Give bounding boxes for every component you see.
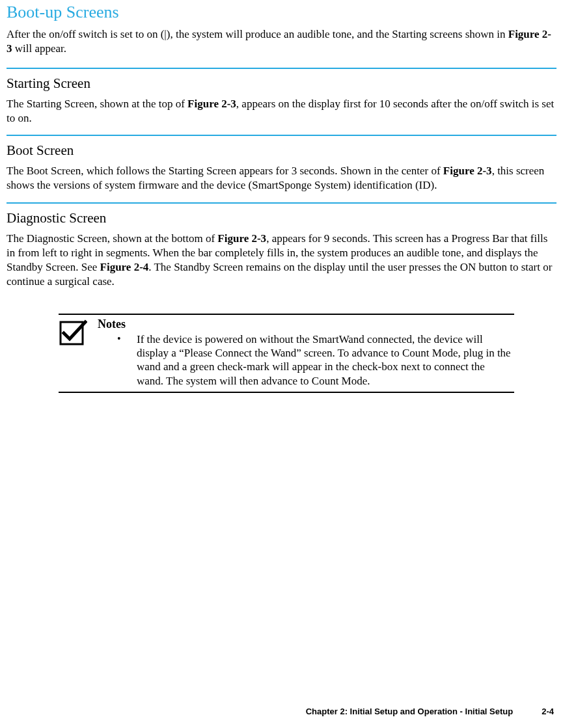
- section-divider: [7, 202, 556, 204]
- intro-paragraph: After the on/off switch is set to on (|)…: [7, 27, 556, 56]
- s3-fig-ref-1: Figure 2-3: [217, 232, 266, 245]
- section-heading-diagnostic: Diagnostic Screen: [7, 210, 556, 226]
- footer-page-number: 2-4: [542, 707, 554, 716]
- notes-block: Notes • If the device is powered on with…: [59, 314, 514, 393]
- s2-text-1: The Boot Screen, which follows the Start…: [7, 165, 443, 177]
- section-body-boot: The Boot Screen, which follows the Start…: [7, 164, 556, 193]
- section-divider: [7, 135, 556, 136]
- section-divider: [7, 68, 556, 69]
- s1-fig-ref: Figure 2-3: [187, 98, 236, 110]
- note-text: If the device is powered on without the …: [137, 332, 514, 388]
- bullet-icon: •: [117, 332, 137, 388]
- section-body-starting: The Starting Screen, shown at the top of…: [7, 97, 556, 126]
- s3-fig-ref-2: Figure 2-4: [100, 261, 149, 273]
- note-rule-bottom: [59, 392, 514, 393]
- note-row: Notes • If the device is powered on with…: [59, 315, 514, 388]
- s1-text-1: The Starting Screen, shown at the top of: [7, 98, 187, 110]
- note-content: Notes • If the device is powered on with…: [98, 317, 514, 388]
- s2-fig-ref: Figure 2-3: [443, 165, 492, 177]
- intro-text-2: will appear.: [12, 42, 67, 55]
- page-footer: Chapter 2: Initial Setup and Operation -…: [306, 707, 554, 716]
- section-body-diagnostic: The Diagnostic Screen, shown at the bott…: [7, 232, 556, 289]
- s3-text-1: The Diagnostic Screen, shown at the bott…: [7, 232, 217, 245]
- intro-text-1: After the on/off switch is set to on (|)…: [7, 28, 508, 40]
- note-bullet-item: • If the device is powered on without th…: [117, 332, 514, 388]
- checkbox-checked-icon: [59, 317, 98, 350]
- document-page: Boot-up Screens After the on/off switch …: [0, 0, 563, 728]
- footer-chapter: Chapter 2: Initial Setup and Operation -…: [306, 707, 514, 716]
- section-heading-boot: Boot Screen: [7, 142, 556, 159]
- section-heading-starting: Starting Screen: [7, 75, 556, 92]
- page-title: Boot-up Screens: [7, 0, 556, 22]
- note-title: Notes: [98, 317, 514, 331]
